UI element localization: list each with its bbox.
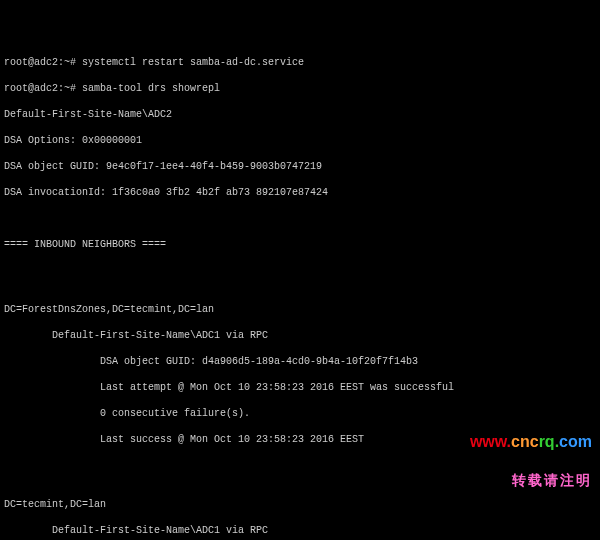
dsa-options: DSA Options: 0x00000001: [4, 134, 596, 147]
blank: [4, 459, 596, 472]
block-title: DC=ForestDnsZones,DC=tecmint,DC=lan: [4, 303, 596, 316]
prompt-line: root@adc2:~# systemctl restart samba-ad-…: [4, 56, 596, 69]
block-site: Default-First-Site-Name\ADC1 via RPC: [4, 524, 596, 537]
blank: [4, 212, 596, 225]
site-line: Default-First-Site-Name\ADC2: [4, 108, 596, 121]
watermark: www.cncrq.com 转载请注明: [470, 409, 592, 500]
prompt-line: root@adc2:~# samba-tool drs showrepl: [4, 82, 596, 95]
block-fail: 0 consecutive failure(s).: [4, 407, 596, 420]
block-success: Last success @ Mon Oct 10 23:58:23 2016 …: [4, 433, 596, 446]
block-site: Default-First-Site-Name\ADC1 via RPC: [4, 329, 596, 342]
blank: [4, 264, 596, 277]
dsa-invocation: DSA invocationId: 1f36c0a0 3fb2 4b2f ab7…: [4, 186, 596, 199]
block-guid: DSA object GUID: d4a906d5-189a-4cd0-9b4a…: [4, 355, 596, 368]
block-attempt: Last attempt @ Mon Oct 10 23:58:23 2016 …: [4, 381, 596, 394]
dsa-guid: DSA object GUID: 9e4c0f17-1ee4-40f4-b459…: [4, 160, 596, 173]
watermark-tag: 转载请注明: [470, 474, 592, 487]
block-title: DC=tecmint,DC=lan: [4, 498, 596, 511]
inbound-header: ==== INBOUND NEIGHBORS ====: [4, 238, 596, 251]
